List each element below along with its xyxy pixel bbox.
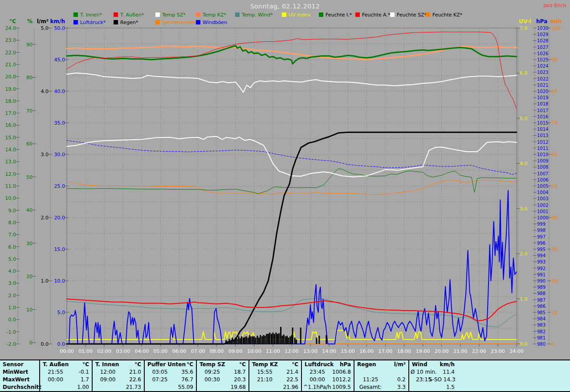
stat-value: 3.3 [376, 384, 406, 391]
svg-text:5.0: 5.0 [57, 310, 65, 315]
svg-text:03:00: 03:00 [116, 348, 130, 354]
svg-text:7.0: 7.0 [8, 232, 16, 238]
svg-text:999: 999 [537, 222, 546, 226]
svg-text:15.0: 15.0 [5, 135, 16, 141]
legend-label: Feuchte I.* [326, 12, 352, 18]
svg-text:00:00: 00:00 [60, 348, 74, 354]
legend-label: T. Außen* [120, 12, 144, 18]
stat-value: 19.68 [218, 384, 246, 391]
svg-text:4.0: 4.0 [520, 161, 528, 166]
svg-text:70: 70 [26, 108, 33, 114]
legend-item-temp-wind-[interactable]: Temp. Wind* [235, 12, 273, 17]
svg-text:11:00: 11:00 [266, 348, 280, 354]
svg-text:50: 50 [551, 183, 558, 189]
svg-text:996: 996 [537, 241, 546, 246]
axis-minax: 1009080706050403020100min [547, 18, 562, 347]
legend-item-feuchte-i-[interactable]: Feuchte I.* [319, 12, 352, 17]
svg-text:60: 60 [551, 152, 558, 158]
table-col-t-au-en: T. Außen°C21:55-0.100:001.71.00 [39, 360, 92, 391]
svg-text:80: 80 [551, 89, 558, 94]
svg-text:45.0: 45.0 [54, 57, 65, 63]
legend-label: Luftdruck* [80, 20, 106, 25]
legend-item-feuchte-kz-[interactable]: Feuchte KZ* [426, 12, 462, 17]
sensor-unit: km/h [432, 361, 455, 368]
svg-text:985: 985 [537, 310, 546, 315]
svg-text:2.0: 2.0 [41, 215, 49, 221]
row-label: Durchschnitt [3, 384, 41, 391]
svg-text:20: 20 [551, 278, 558, 284]
stat-value: 55.09 [166, 384, 193, 391]
svg-text:80: 80 [26, 75, 33, 81]
svg-text:10:00: 10:00 [247, 348, 261, 354]
svg-text:06:00: 06:00 [172, 348, 187, 354]
svg-text:2.0: 2.0 [520, 251, 528, 257]
svg-text:1002: 1002 [537, 203, 548, 208]
svg-text:14:00: 14:00 [322, 348, 336, 354]
svg-text:988: 988 [537, 291, 546, 296]
svg-text:40.0: 40.0 [54, 89, 65, 94]
sensor-unit: °C [223, 361, 246, 368]
svg-text:1007: 1007 [537, 171, 548, 176]
legend-swatch [114, 12, 118, 17]
svg-text:10.0: 10.0 [5, 195, 16, 201]
svg-text:4.0: 4.0 [8, 268, 16, 274]
svg-text:24:00: 24:00 [509, 348, 524, 354]
svg-text:-1.0: -1.0 [7, 329, 16, 335]
svg-text:20: 20 [26, 274, 33, 279]
svg-text:02:00: 02:00 [97, 348, 111, 354]
svg-text:17.0: 17.0 [5, 110, 16, 116]
svg-text:08:00: 08:00 [210, 348, 224, 354]
weather-chart-plot[interactable]: 24.023.022.021.020.019.018.017.016.015.0… [0, 0, 570, 358]
legend-item-windb-en[interactable]: Windböen [196, 20, 227, 25]
legend-label: Regen* [120, 20, 138, 25]
svg-text:20.0: 20.0 [5, 74, 16, 80]
legend-swatch [155, 12, 160, 17]
stat-value: 22.5 [270, 376, 298, 384]
legend-swatch [73, 20, 78, 24]
svg-text:15.0: 15.0 [54, 247, 65, 252]
svg-text:993: 993 [537, 259, 546, 264]
svg-text:1023: 1023 [537, 70, 548, 75]
legend-item-regen-[interactable]: Regen* [114, 20, 138, 25]
svg-text:1024: 1024 [537, 64, 548, 69]
svg-text:984: 984 [537, 316, 546, 321]
svg-text:13:00: 13:00 [303, 348, 318, 354]
stat-value: 1006.8 [323, 368, 351, 376]
legend-item-feuchte-sz-[interactable]: Feuchte SZ* [390, 12, 427, 17]
svg-text:10: 10 [26, 307, 33, 313]
legend-item-t-innen-[interactable]: T. Innen* [73, 12, 102, 17]
svg-text:3.0: 3.0 [41, 152, 49, 158]
legend-item-temp-kz-[interactable]: Temp KZ* [196, 12, 226, 17]
sensor-name: Temp KZ [252, 361, 278, 368]
axis-kmh: 50.045.040.035.030.025.020.015.010.05.00… [50, 18, 69, 347]
legend-item-feuchte-a-[interactable]: Feuchte A.* [355, 12, 390, 17]
legend-swatch [155, 20, 160, 24]
stat-value: 1012.2 [323, 376, 351, 384]
svg-text:40: 40 [551, 215, 558, 221]
svg-text:1027: 1027 [537, 45, 548, 50]
legend-item-uv-index[interactable]: UV Index [282, 12, 310, 17]
legend-item-luftdruck-[interactable]: Luftdruck* [73, 20, 106, 25]
svg-text:22:00: 22:00 [472, 348, 486, 354]
sensor-unit: °C [66, 361, 89, 368]
svg-text:50: 50 [26, 174, 33, 180]
stat-value: 1009.5 [323, 384, 351, 391]
legend-item-sonnenschein[interactable]: Sonnenschein [155, 20, 196, 25]
legend-item-t-au-en-[interactable]: T. Außen* [114, 12, 144, 17]
svg-text:16:00: 16:00 [359, 348, 374, 354]
legend-item-temp-sz-[interactable]: Temp SZ* [155, 12, 186, 17]
svg-text:90: 90 [26, 42, 33, 48]
svg-text:989: 989 [537, 285, 546, 290]
legend-swatch [355, 12, 360, 17]
stat-value: 21.96 [270, 384, 298, 391]
sensor-unit: °C [118, 361, 141, 368]
svg-text:1010: 1010 [537, 152, 548, 157]
legend-label: Feuchte KZ* [432, 12, 462, 18]
svg-text:994: 994 [537, 253, 546, 258]
axis-pct: 9080706050403020100% [26, 18, 36, 346]
legend-label: UV Index [289, 12, 310, 18]
svg-text:15:00: 15:00 [341, 348, 355, 354]
svg-text:1025: 1025 [537, 57, 548, 62]
svg-text:30: 30 [551, 247, 558, 252]
svg-text:0: 0 [551, 341, 554, 347]
